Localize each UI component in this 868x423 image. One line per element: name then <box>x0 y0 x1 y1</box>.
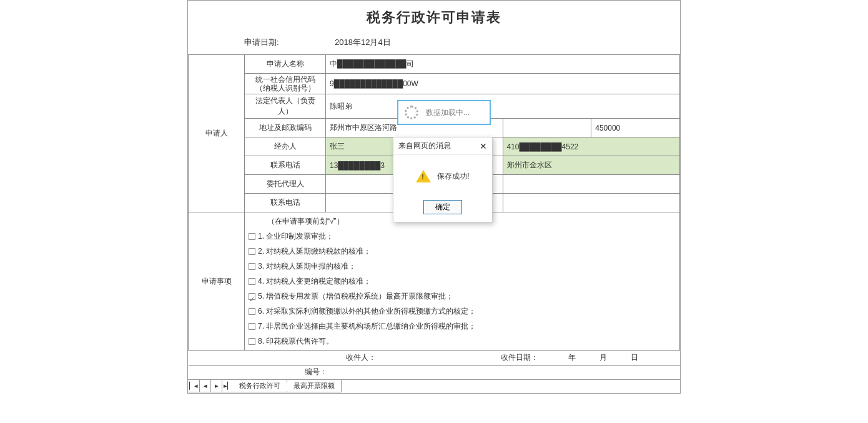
matter-item-3[interactable]: 3. 对纳税人延期申报的核准； <box>249 259 676 274</box>
postcode-value: 450000 <box>591 119 680 137</box>
matter-text: 4. 对纳税人变更纳税定额的核准； <box>258 274 371 289</box>
contactaddr-value[interactable]: 郑州市金水区 <box>503 156 680 175</box>
matter-item-2[interactable]: 2. 对纳税人延期缴纳税款的核准； <box>249 244 676 259</box>
sheet-tab-2[interactable]: 最高开票限额 <box>287 380 342 392</box>
nav-first-icon[interactable]: ▏◂ <box>188 380 199 392</box>
applicant-side-label: 申请人 <box>189 55 245 212</box>
checkbox-icon[interactable] <box>249 248 255 255</box>
matters-cell: （在申请事项前划“√”） 1. 企业印制发票审批；2. 对纳税人延期缴纳税款的核… <box>245 212 680 351</box>
checkbox-icon[interactable] <box>249 338 255 345</box>
month-label: 月 <box>576 352 607 363</box>
checkbox-icon[interactable] <box>249 293 255 300</box>
recvdate-label: 收件日期： <box>376 352 538 363</box>
name-label: 申请人名称 <box>245 55 326 74</box>
checkbox-icon[interactable] <box>249 233 255 240</box>
checkbox-icon[interactable] <box>249 278 255 285</box>
checkbox-icon[interactable] <box>249 308 255 315</box>
legal-value: 陈昭弟 <box>326 94 680 119</box>
addr-label: 地址及邮政编码 <box>245 119 326 137</box>
credit-label: 统一社会信用代码（纳税人识别号） <box>245 74 326 94</box>
spinner-icon <box>405 106 418 119</box>
matter-item-8[interactable]: 8. 印花税票代售许可。 <box>249 334 676 349</box>
matter-text: 2. 对纳税人延期缴纳税款的核准； <box>258 244 371 259</box>
name-value: 中█████████████司 <box>326 55 680 74</box>
message-dialog: 来自网页的消息 ✕ 保存成功! 确定 <box>393 137 493 222</box>
form-title: 税务行政许可申请表 <box>188 1 680 31</box>
matter-item-5[interactable]: 5. 增值税专用发票（增值税税控系统）最高开票限额审批； <box>249 289 676 304</box>
date-row: 申请日期: 2018年12月4日 <box>188 31 680 54</box>
checkbox-icon[interactable] <box>249 323 255 330</box>
warning-icon <box>416 170 431 182</box>
id-value[interactable]: 410████████4522 <box>503 137 680 156</box>
matter-text: 5. 增值税专用发票（增值税税控系统）最高开票限额审批； <box>258 289 453 304</box>
checkbox-icon[interactable] <box>249 263 255 270</box>
no-label: 编号： <box>192 367 676 377</box>
close-icon[interactable]: ✕ <box>480 141 487 151</box>
matter-item-4[interactable]: 4. 对纳税人变更纳税定额的核准； <box>249 274 676 289</box>
matter-item-6[interactable]: 6. 对采取实际利润额预缴以外的其他企业所得税预缴方式的核定； <box>249 304 676 319</box>
date-value: 2018年12月4日 <box>335 37 391 48</box>
day-label: 日 <box>607 352 638 363</box>
dialog-text: 保存成功! <box>437 171 469 182</box>
proxyaddr-value[interactable] <box>503 194 680 212</box>
sheet-nav: ▏◂ ◂ ▸ ▸▏ 税务行政许可 最高开票限额 <box>188 379 680 393</box>
postcode-cell <box>503 119 591 137</box>
matter-text: 7. 非居民企业选择由其主要机构场所汇总缴纳企业所得税的审批； <box>258 319 476 334</box>
matter-item-7[interactable]: 7. 非居民企业选择由其主要机构场所汇总缴纳企业所得税的审批； <box>249 319 676 334</box>
date-label: 申请日期: <box>244 37 300 48</box>
matter-text: 8. 印花税票代售许可。 <box>258 334 333 349</box>
legal-label: 法定代表人（负责人） <box>245 94 326 119</box>
ok-button[interactable]: 确定 <box>423 200 462 214</box>
matter-text: 1. 企业印制发票审批； <box>258 229 333 244</box>
agent-label: 经办人 <box>245 137 326 156</box>
matter-item-1[interactable]: 1. 企业印制发票审批； <box>249 229 676 244</box>
matter-text: 6. 对采取实际利润额预缴以外的其他企业所得税预缴方式的核定； <box>258 304 476 319</box>
phone-label: 联系电话 <box>245 156 326 175</box>
matter-text: 3. 对纳税人延期申报的核准； <box>258 259 356 274</box>
proxyphone-label: 联系电话 <box>245 194 326 212</box>
year-label: 年 <box>538 352 576 363</box>
matters-side-label: 申请事项 <box>189 212 245 351</box>
sheet-tab-1[interactable]: 税务行政许可 <box>233 380 287 392</box>
nav-next-icon[interactable]: ▸ <box>210 380 222 392</box>
loading-box: 数据加载中... <box>397 100 491 125</box>
nav-prev-icon[interactable]: ◂ <box>199 380 210 392</box>
dialog-title: 来自网页的消息 <box>398 141 451 151</box>
proxy-label: 委托代理人 <box>245 175 326 194</box>
loading-text: 数据加载中... <box>426 107 470 118</box>
proxyid-value[interactable] <box>503 175 680 194</box>
receiver-label: 收件人： <box>189 352 376 363</box>
credit-value: 9█████████████00W <box>326 74 680 94</box>
